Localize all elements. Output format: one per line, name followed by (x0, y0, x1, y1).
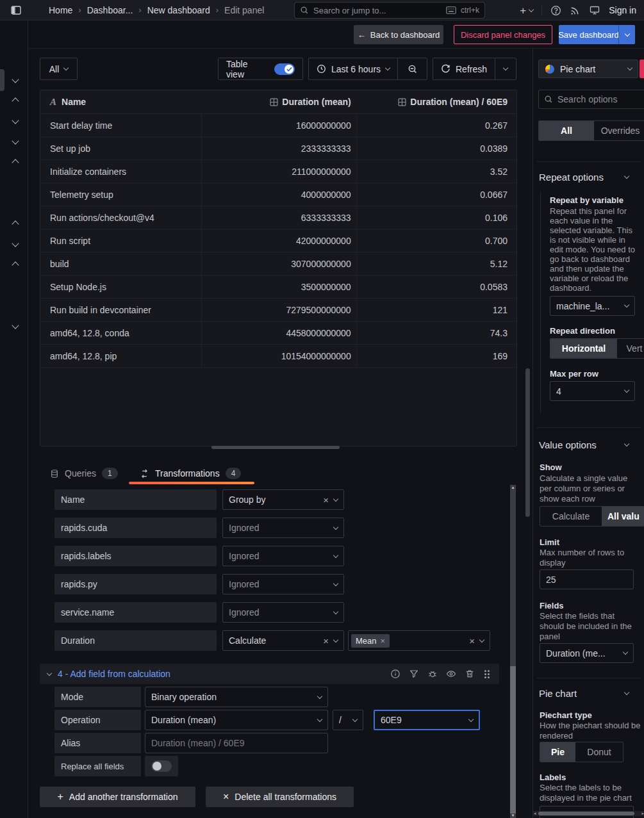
sidebar-toggle-icon[interactable] (10, 5, 22, 15)
info-icon[interactable] (390, 669, 400, 679)
chevron-down-icon[interactable] (12, 76, 19, 83)
options-search-input[interactable] (557, 94, 644, 104)
chevron-down-icon[interactable] (12, 137, 19, 144)
search-input[interactable] (313, 6, 442, 15)
chevron-up-icon[interactable] (12, 97, 19, 104)
transformation-title[interactable]: 4 - Add field from calculation (58, 669, 170, 679)
show-label: Show (540, 462, 562, 472)
clear-icon[interactable]: × (323, 636, 329, 646)
breadcrumb-dashboards[interactable]: Dashboar... (87, 5, 133, 15)
main-scrollbar-thumb[interactable] (525, 368, 530, 517)
type-pie-option[interactable]: Pie (540, 742, 575, 762)
right-operand-select[interactable]: 60E9 (374, 710, 480, 730)
filter-overrides-option[interactable]: Overrides (594, 121, 644, 140)
type-donut-option[interactable]: Donut (575, 742, 623, 762)
chevron-up-icon[interactable] (12, 220, 19, 227)
fields-select[interactable]: Duration (me... (540, 643, 634, 663)
show-all-values-option[interactable]: All valu (602, 507, 644, 526)
delete-all-transformations-button[interactable]: × Delete all transformations (206, 787, 354, 807)
visualization-picker[interactable]: Pie chart (538, 60, 638, 78)
direction-vertical-option[interactable]: Vert (617, 339, 644, 358)
filter-all-option[interactable]: All (539, 121, 594, 140)
operation-row: Operation Duration (mean) / 60E9 (54, 710, 480, 730)
mode-select[interactable]: Binary operation (145, 687, 328, 707)
options-search-box[interactable] (538, 90, 644, 109)
scroll-up-icon[interactable]: ▴ (510, 485, 516, 490)
chevron-down-icon[interactable] (12, 240, 19, 247)
repeat-options-header[interactable]: Repeat options (539, 172, 629, 183)
save-dashboard-button[interactable]: Save dashboard (559, 25, 618, 44)
pie-chart-options-header[interactable]: Pie chart (539, 688, 629, 699)
remove-chip-icon[interactable]: × (381, 637, 386, 645)
add-transformation-button[interactable]: + Add another transformation (40, 787, 195, 807)
save-dashboard-dropdown-button[interactable] (618, 25, 635, 44)
scroll-right-icon[interactable]: ▸ (641, 811, 644, 816)
breadcrumb-home[interactable]: Home (49, 5, 72, 15)
chevron-up-icon[interactable] (12, 159, 19, 166)
alias-input[interactable] (145, 733, 328, 753)
tab-transformations[interactable]: Transformations 4 (140, 464, 241, 483)
value-options-header[interactable]: Value options (539, 439, 629, 450)
help-icon[interactable] (550, 5, 561, 16)
alias-label: Alias (54, 733, 141, 753)
back-to-dashboard-button[interactable]: ← Back to dashboard (354, 25, 443, 44)
monitor-icon[interactable] (589, 5, 600, 15)
scroll-down-icon[interactable]: ▾ (510, 813, 516, 818)
show-calculate-option[interactable]: Calculate (540, 507, 602, 526)
horizontal-scrollbar-thumb[interactable] (211, 446, 340, 449)
scrollbar-thumb[interactable] (510, 666, 516, 814)
operator-select[interactable]: / (333, 710, 363, 730)
add-menu-button[interactable]: + (520, 5, 533, 16)
chevron-down-icon[interactable] (47, 670, 52, 675)
database-icon (50, 469, 59, 479)
time-range-picker[interactable]: Last 6 hours (309, 58, 397, 79)
direction-horizontal-option[interactable]: Horizontal (550, 339, 617, 358)
chevron-down-icon[interactable] (12, 117, 19, 124)
drag-handle[interactable] (484, 670, 486, 672)
zoom-out-button[interactable] (398, 58, 427, 79)
groupby-row: Duration Calculate × Mean × × (54, 630, 490, 651)
discard-panel-changes-button[interactable]: Discard panel changes (454, 25, 552, 44)
breadcrumb-new-dashboard[interactable]: New dashboard (147, 5, 210, 15)
scope-dropdown[interactable]: All (40, 58, 78, 80)
chevron-down-icon (333, 637, 338, 642)
groupby-operation-select[interactable]: Ignored (222, 574, 344, 594)
chevron-down-icon[interactable] (12, 322, 19, 329)
scroll-left-icon[interactable]: ◂ (534, 811, 536, 816)
limit-input[interactable] (540, 569, 634, 589)
groupby-operation-select[interactable]: Group by × (222, 489, 344, 510)
tab-queries[interactable]: Queries 1 (50, 464, 118, 483)
options-horizontal-scrollbar[interactable]: ◂ ▸ (533, 811, 644, 816)
divider (537, 161, 641, 162)
groupby-row: rapids.cuda Ignored (54, 518, 344, 538)
refresh-button[interactable]: Refresh (433, 58, 495, 79)
trash-icon[interactable] (465, 669, 475, 679)
sign-in-link[interactable]: Sign in (609, 5, 636, 15)
groupby-operation-select[interactable]: Ignored (222, 546, 344, 566)
repeat-variable-select[interactable]: machine_la... (550, 296, 635, 316)
max-per-row-select[interactable]: 4 (550, 381, 635, 401)
aggregation-multiselect[interactable]: Mean × × (348, 630, 490, 651)
replace-all-fields-toggle[interactable] (151, 760, 172, 772)
transformations-scrollbar[interactable]: ▴ ▾ (510, 485, 516, 818)
search-box[interactable]: ctrl+k (294, 2, 485, 19)
left-operand-select[interactable]: Duration (mean) (145, 710, 328, 730)
groupby-operation-select[interactable]: Ignored (222, 602, 344, 623)
debug-icon[interactable] (427, 669, 438, 679)
panel-options-pane: Pie chart All Overrides Repeat options R… (533, 49, 644, 818)
filter-icon[interactable] (409, 669, 419, 679)
scrollbar-thumb[interactable] (538, 812, 634, 815)
clear-icon[interactable]: × (469, 636, 475, 646)
truncated-red-button[interactable] (640, 60, 644, 78)
clear-icon[interactable]: × (323, 495, 329, 505)
eye-icon[interactable] (446, 669, 456, 679)
refresh-interval-dropdown[interactable] (495, 58, 516, 79)
groupby-operation-select[interactable]: Ignored (222, 518, 344, 538)
column-header-duration-ratio[interactable]: Duration (mean) / 60E9 (356, 90, 516, 113)
news-rss-icon[interactable] (570, 5, 581, 16)
column-header-duration-mean[interactable]: Duration (mean) (201, 90, 356, 113)
groupby-operation-select[interactable]: Calculate × (222, 630, 344, 651)
table-view-toggle[interactable] (274, 63, 295, 75)
chevron-up-icon[interactable] (12, 261, 19, 268)
column-header-name[interactable]: A Name (40, 90, 201, 113)
